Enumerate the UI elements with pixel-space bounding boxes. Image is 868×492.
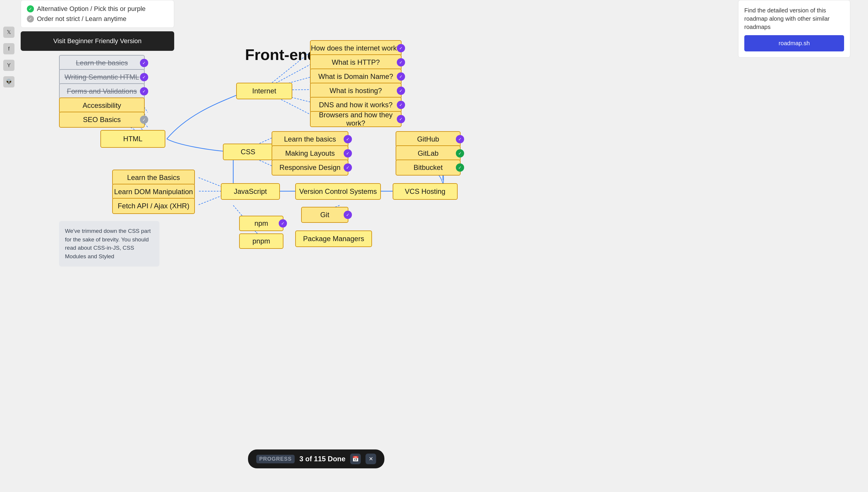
legend-alternative-text: Alternative Option / Pick this or purple [37,5,146,13]
bitbucket-node[interactable]: Bitbucket ✓ [396,159,461,175]
legend-order: ✓ Order not strict / Learn anytime [27,15,168,23]
seo-check: ✓ [140,116,148,124]
dns-check: ✓ [397,101,405,109]
roadmap-link-button[interactable]: roadmap.sh [744,35,844,51]
css-learn-basics-check: ✓ [344,135,352,143]
npm-check: ✓ [279,219,287,227]
note-box: We've trimmed down the CSS part for the … [59,221,159,267]
visit-beginner-button[interactable]: Visit Beginner Friendly Version [21,31,174,51]
making-layouts-node[interactable]: Making Layouts ✓ [272,145,348,161]
what-hosting-check: ✓ [397,87,405,95]
progress-count: 3 of 115 Done [299,455,345,463]
making-layouts-check: ✓ [344,149,352,157]
package-managers-node[interactable]: Package Managers [295,230,372,247]
legend-alternative: ✓ Alternative Option / Pick this or purp… [27,5,168,13]
learn-dom-node[interactable]: Learn DOM Manipulation [112,184,195,200]
legend-order-text: Order not strict / Learn anytime [37,15,126,23]
writing-semantic-check: ✓ [140,73,148,81]
github-node[interactable]: GitHub ✓ [396,131,461,147]
pnpm-node[interactable]: pnpm [239,233,284,249]
npm-node[interactable]: npm ✓ [239,216,284,231]
bitbucket-check: ✓ [456,164,464,172]
gitlab-check: ✓ [456,149,464,157]
progress-bar: PROGRESS 3 of 115 Done 📅 ✕ [248,449,385,468]
responsive-check: ✓ [344,164,352,172]
legend-box: ✓ Alternative Option / Pick this or purp… [21,0,174,28]
progress-label: PROGRESS [256,455,295,463]
reddit-icon[interactable]: 👽 [3,76,15,88]
css-learn-basics-node[interactable]: Learn the basics ✓ [272,131,348,147]
dns-node[interactable]: DNS and how it works? ✓ [310,97,401,113]
top-left-panel: ✓ Alternative Option / Pick this or purp… [21,0,174,51]
social-sidebar: 𝕏 f Y 👽 [0,24,18,88]
note-text: We've trimmed down the CSS part for the … [65,228,151,260]
writing-semantic-node[interactable]: Writing Semantic HTML ✓ [59,69,144,85]
gray-check-icon: ✓ [27,15,34,22]
learn-basics-check: ✓ [140,59,148,67]
html-node[interactable]: HTML [100,130,165,148]
forms-validations-node[interactable]: Forms and Validations ✓ [59,83,144,99]
what-domain-node[interactable]: What is Domain Name? ✓ [310,69,401,84]
github-check: ✓ [456,135,464,143]
responsive-node[interactable]: Responsive Design ✓ [272,159,348,175]
javascript-node[interactable]: JavaScript [221,183,280,200]
browsers-check: ✓ [397,115,405,123]
learn-basics-js-node[interactable]: Learn the Basics [112,170,195,186]
what-http-node[interactable]: What is HTTP? ✓ [310,54,401,70]
what-hosting-node[interactable]: What is hosting? ✓ [310,83,401,99]
css-node[interactable]: CSS [223,144,273,160]
internet-node[interactable]: Internet [236,83,292,99]
page-title: Front-end [245,46,317,64]
forms-check: ✓ [140,87,148,95]
accessibility-node[interactable]: Accessibility [59,98,144,114]
facebook-icon[interactable]: f [3,43,15,54]
git-node[interactable]: Git ✓ [301,207,348,223]
top-right-description: Find the detailed version of this roadma… [744,6,844,31]
how-internet-check: ✓ [397,44,405,52]
ycombinator-icon[interactable]: Y [3,60,15,71]
fetch-api-node[interactable]: Fetch API / Ajax (XHR) [112,198,195,214]
what-domain-check: ✓ [397,72,405,81]
browsers-node[interactable]: Browsers and how they work? ✓ [310,111,401,127]
twitter-icon[interactable]: 𝕏 [3,27,15,38]
how-internet-node[interactable]: How does the internet work? ✓ [310,40,401,56]
close-progress-button[interactable]: ✕ [366,453,376,464]
seo-basics-node[interactable]: SEO Basics ✓ [59,112,144,128]
gitlab-node[interactable]: GitLab ✓ [396,145,461,161]
version-control-node[interactable]: Version Control Systems [295,183,381,200]
learn-basics-html-node[interactable]: Learn the basics ✓ [59,55,144,71]
what-http-check: ✓ [397,58,405,67]
top-right-panel: Find the detailed version of this roadma… [738,0,850,58]
vcs-hosting-node[interactable]: VCS Hosting [393,183,457,200]
calendar-icon[interactable]: 📅 [350,453,361,464]
git-check: ✓ [344,211,352,219]
green-check-icon: ✓ [27,5,34,13]
